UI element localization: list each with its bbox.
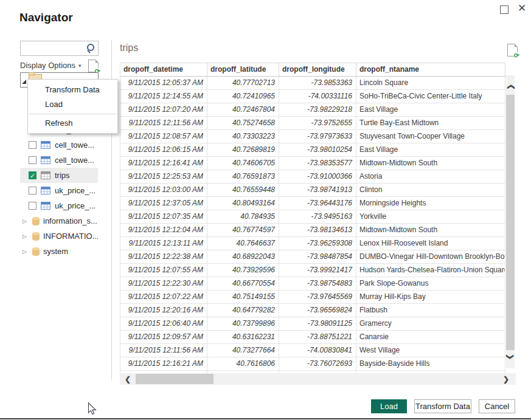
table-icon — [41, 156, 50, 164]
table-row: 9/11/2015 12:07:20 AM40.72467804-73.9822… — [120, 103, 505, 117]
navigator-tree: cell_towe...cell_towe...cell_towe...✓tri… — [20, 122, 98, 259]
table-cell: -73.98010254 — [279, 143, 356, 156]
checkbox[interactable]: ✓ — [29, 171, 36, 179]
scroll-left-icon[interactable]: ❮ — [123, 375, 132, 384]
table-cell: 40.784935 — [207, 210, 279, 223]
tree-item-label: INFORMATIO... — [43, 232, 98, 241]
table-cell: West Village — [356, 344, 505, 357]
display-options-dropdown[interactable]: Display Options▾ — [20, 61, 82, 70]
table-cell: -73.88751221 — [279, 331, 356, 343]
table-cell: -73.9853363 — [279, 77, 356, 89]
table-row: 9/11/2015 12:22:38 AM40.68922043-73.9848… — [120, 250, 505, 264]
tree-item-informatio[interactable]: ▷INFORMATIO... — [20, 229, 98, 244]
search-input[interactable] — [22, 42, 85, 55]
tree-item-system[interactable]: ▷system — [20, 244, 98, 259]
table-icon — [41, 187, 50, 195]
table-cell: 40.80493164 — [207, 197, 279, 210]
transform-data-button[interactable]: Transform Data — [414, 399, 471, 413]
tree-item-information-s[interactable]: ▷information_s... — [20, 213, 98, 229]
checkbox[interactable] — [29, 141, 36, 149]
collapse-arrow-icon[interactable] — [22, 80, 26, 84]
tree-item-uk-price[interactable]: uk_price_... — [20, 183, 98, 198]
vertical-scrollbar[interactable]: ❯ ❯ — [506, 75, 515, 368]
cancel-button[interactable]: Cancel — [479, 399, 515, 413]
table-cell: -73.98091125 — [279, 317, 356, 330]
table-row: 9/11/2015 12:16:41 AM40.74606705-73.9835… — [120, 157, 505, 170]
table-icon — [41, 141, 50, 149]
table-row: 9/11/2015 12:06:40 AM40.73799896-73.9809… — [120, 317, 505, 331]
table-cell: Gramercy — [356, 317, 505, 330]
table-row: 9/11/2015 12:13:11 AM40.7646637-73.96259… — [120, 237, 505, 250]
table-cell: 40.76559448 — [207, 184, 279, 196]
database-icon — [32, 217, 40, 225]
table-cell: -73.98754883 — [279, 277, 356, 290]
table-row: 9/11/2015 12:22:30 AM40.66770554-73.9875… — [120, 277, 505, 291]
checkbox[interactable] — [29, 187, 36, 195]
tree-item-cell-towe[interactable]: cell_towe... — [20, 137, 98, 153]
page-title: Navigator — [19, 11, 73, 24]
tree-item-uk-price[interactable]: uk_price_... — [20, 198, 98, 213]
refresh-source-icon[interactable]: ⟳ — [88, 60, 99, 72]
table-row: 9/11/2015 12:14:55 AM40.72410965-74.0033… — [120, 90, 505, 103]
preview-table-header: dropoff_datetimedropoff_latitudedropoff_… — [120, 63, 505, 77]
column-header-dropoff_latitude[interactable]: dropoff_latitude — [207, 63, 279, 76]
table-cell: 9/11/2015 12:08:57 AM — [120, 130, 207, 143]
chevron-down-icon: ▾ — [78, 63, 82, 69]
table-cell: 40.74606705 — [207, 157, 279, 170]
table-cell: Stuyvesant Town-Cooper Village — [356, 130, 505, 143]
close-icon[interactable]: ✕ — [518, 2, 526, 15]
table-cell: -73.98134613 — [279, 224, 356, 236]
tree-item-cell-towe[interactable]: cell_towe... — [20, 153, 98, 168]
table-row: 9/11/2015 12:11:56 AM40.75274658-73.9752… — [120, 117, 505, 130]
menu-item-refresh[interactable]: Refresh — [28, 116, 117, 131]
expand-arrow-icon[interactable]: ▷ — [23, 249, 29, 255]
menu-item-transform-data[interactable]: Transform Data — [28, 83, 117, 97]
table-cell: 40.64779282 — [207, 304, 279, 317]
table-cell: East Village — [356, 143, 505, 156]
table-cell: 9/11/2015 12:14:55 AM — [120, 90, 207, 103]
table-cell: Morningside Heights — [356, 197, 505, 210]
column-header-dropoff_datetime[interactable]: dropoff_datetime — [120, 63, 207, 76]
scroll-right-icon[interactable]: ❯ — [502, 375, 510, 384]
checkbox[interactable] — [29, 202, 36, 210]
scroll-up-icon[interactable]: ❯ — [506, 83, 515, 91]
table-cell: Lincoln Square — [356, 77, 505, 89]
table-cell: 9/11/2015 12:06:15 AM — [120, 143, 207, 156]
horizontal-scrollbar-thumb[interactable] — [136, 374, 213, 384]
refresh-preview-icon[interactable]: ⟳ — [507, 44, 518, 57]
table-cell: 40.73799896 — [207, 317, 279, 330]
tree-item-label: uk_price_... — [55, 186, 95, 195]
table-cell: -73.98229218 — [279, 103, 356, 116]
search-box[interactable] — [20, 41, 99, 56]
scroll-down-icon[interactable]: ❯ — [506, 353, 515, 361]
table-cell: -73.97973633 — [279, 130, 356, 143]
horizontal-scrollbar[interactable]: ❮ ❯ — [120, 373, 516, 385]
table-cell: -73.97645569 — [279, 291, 356, 303]
column-header-dropoff_ntaname[interactable]: dropoff_ntaname — [356, 63, 505, 76]
table-cell: 40.72689819 — [207, 143, 279, 156]
table-cell: 40.63162231 — [207, 331, 279, 343]
menu-item-load[interactable]: Load — [28, 97, 117, 112]
table-cell: 9/11/2015 12:13:11 AM — [120, 237, 207, 250]
table-cell: 9/11/2015 12:05:37 AM — [120, 77, 207, 89]
vertical-scrollbar-thumb[interactable] — [506, 95, 515, 350]
maximize-icon[interactable] — [500, 5, 508, 14]
table-row: 9/11/2015 12:12:04 AM40.76774597-73.9813… — [120, 224, 505, 237]
table-cell: -73.9495163 — [279, 210, 356, 223]
search-icon[interactable] — [86, 44, 95, 53]
column-header-dropoff_longitude[interactable]: dropoff_longitude — [279, 63, 356, 76]
expand-arrow-icon[interactable]: ▷ — [23, 218, 29, 224]
tree-item-trips[interactable]: ✓trips — [20, 168, 98, 183]
table-cell: 9/11/2015 12:09:57 AM — [120, 331, 207, 343]
display-options-label: Display Options — [20, 61, 75, 70]
load-button[interactable]: Load — [371, 399, 407, 413]
table-row: 9/11/2015 12:06:15 AM40.72689819-73.9801… — [120, 143, 505, 157]
table-cell: Turtle Bay-East Midtown — [356, 117, 505, 129]
table-cell: Canarsie — [356, 331, 505, 343]
table-cell: 9/11/2015 12:37:05 AM — [120, 197, 207, 210]
table-row: 9/11/2015 12:11:56 AM40.73277664-74.0083… — [120, 344, 505, 357]
tree-item-label: uk_price_... — [55, 201, 95, 210]
expand-arrow-icon[interactable]: ▷ — [23, 233, 29, 239]
checkbox[interactable] — [29, 156, 36, 164]
table-cell: Bayside-Bayside Hills — [356, 357, 505, 370]
